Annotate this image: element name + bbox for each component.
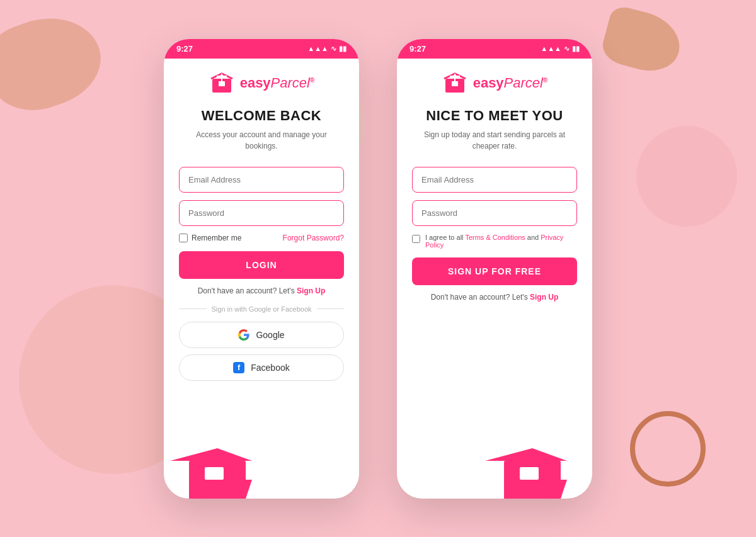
remember-checkbox[interactable] [179, 234, 188, 242]
logo-text-2: easyParcel® [473, 75, 548, 91]
divider-text: Sign in with Google or Facebook [207, 305, 317, 313]
box-icon-2 [442, 71, 468, 95]
signal-icon: ▲▲▲ [307, 45, 328, 52]
remember-label[interactable]: Remember me [179, 234, 241, 242]
phone-signup: 9:27 ▲▲▲ ∿ ▮▮ easyParcel® [397, 39, 592, 499]
signal-icon-2: ▲▲▲ [541, 45, 561, 52]
phone-login: 9:27 ▲▲▲ ∿ ▮▮ easyParcel® [164, 39, 359, 499]
box-icon-1 [209, 71, 235, 95]
email-input-1[interactable] [179, 167, 344, 193]
logo-1: easyParcel® [209, 71, 315, 95]
facebook-button[interactable]: f Facebook [179, 354, 344, 381]
status-bar-2: 9:27 ▲▲▲ ∿ ▮▮ [397, 39, 592, 59]
status-bar-1: 9:27 ▲▲▲ ∿ ▮▮ [164, 39, 359, 59]
logo-2: easyParcel® [442, 71, 548, 95]
login-button[interactable]: LOGIN [179, 251, 344, 279]
facebook-icon: f [233, 362, 244, 373]
wifi-icon-2: ∿ [564, 45, 570, 53]
signup-link-1[interactable]: Sign Up [297, 286, 325, 295]
divider-right [317, 308, 345, 309]
svg-rect-6 [452, 81, 458, 86]
login-content: easyParcel® WELCOME BACK Access your acc… [164, 59, 359, 499]
forgot-password-link[interactable]: Forgot Password? [283, 234, 344, 242]
agree-row: I agree to all Terms & Conditions and Pr… [412, 234, 577, 249]
svg-rect-1 [219, 81, 225, 86]
facebook-button-label: Facebook [251, 363, 289, 373]
signup-subtitle: Sign up today and start sending parcels … [412, 129, 577, 152]
google-button[interactable]: Google [179, 322, 344, 348]
terms-link[interactable]: Terms & Conditions [465, 234, 525, 241]
login-subtitle: Access your account and manage your book… [179, 129, 344, 152]
email-input-2[interactable] [412, 167, 577, 193]
status-icons-2: ▲▲▲ ∿ ▮▮ [541, 45, 580, 53]
battery-icon-2: ▮▮ [572, 45, 580, 53]
wifi-icon: ∿ [331, 45, 336, 53]
signup-prompt-1: Don't have an account? Let's Sign Up [198, 286, 326, 295]
phones-container: 9:27 ▲▲▲ ∿ ▮▮ easyParcel® [0, 0, 756, 537]
battery-icon: ▮▮ [339, 45, 346, 53]
remember-row: Remember me Forgot Password? [179, 234, 344, 242]
password-input-1[interactable] [179, 200, 344, 226]
signup-prompt-2: Don't have an account? Let's Sign Up [431, 293, 559, 302]
signup-content: easyParcel® NICE TO MEET YOU Sign up tod… [397, 59, 592, 499]
agree-checkbox[interactable] [412, 235, 420, 243]
status-icons-1: ▲▲▲ ∿ ▮▮ [307, 45, 346, 53]
signup-title: NICE TO MEET YOU [426, 108, 563, 124]
time-2: 9:27 [410, 44, 426, 54]
login-title: WELCOME BACK [202, 108, 322, 124]
google-button-label: Google [256, 330, 284, 340]
password-input-2[interactable] [412, 200, 577, 226]
agree-text: I agree to all Terms & Conditions and Pr… [425, 234, 577, 249]
logo-text-1: easyParcel® [240, 75, 315, 91]
divider-left [179, 308, 207, 309]
social-divider: Sign in with Google or Facebook [179, 305, 344, 313]
signup-button[interactable]: SIGN UP FOR FREE [412, 257, 577, 285]
google-icon [238, 329, 249, 341]
signup-link-2[interactable]: Sign Up [530, 293, 558, 302]
time-1: 9:27 [176, 44, 193, 54]
